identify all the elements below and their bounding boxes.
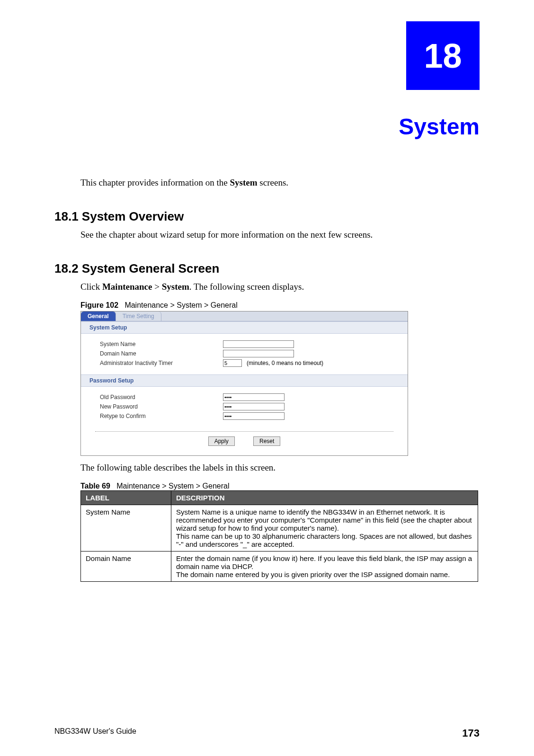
page-footer: NBG334W User's Guide 173	[54, 727, 480, 739]
table-cell-description: System Name is a unique name to identify…	[171, 505, 478, 551]
body-b2: System	[162, 282, 189, 292]
new-password-input[interactable]	[223, 403, 285, 410]
domain-name-label: Domain Name	[100, 350, 223, 357]
table-cell-description: Enter the domain name (if you know it) h…	[171, 551, 478, 582]
inactivity-timer-label: Administrator Inactivity Timer	[100, 360, 223, 366]
screenshot-panel: General Time Setting System Setup System…	[80, 311, 408, 456]
old-password-label: Old Password	[100, 394, 223, 400]
inactivity-timer-input[interactable]	[223, 359, 242, 367]
domain-name-input[interactable]	[223, 350, 294, 357]
tab-time-setting[interactable]: Time Setting	[116, 311, 161, 321]
section-18-1-heading: 18.1 System Overview	[54, 209, 480, 224]
chapter-number: 18	[424, 36, 462, 75]
table-caption-text: Maintenance > System > General	[116, 482, 229, 490]
table-cell-label: System Name	[81, 505, 171, 551]
table-caption: Table 69 Maintenance > System > General	[54, 482, 480, 490]
section-18-2-heading: 18.2 System General Screen	[54, 261, 480, 276]
new-password-label: New Password	[100, 403, 223, 410]
table-cell-label: Domain Name	[81, 551, 171, 582]
body-mid: >	[152, 282, 161, 292]
table-label: Table 69	[80, 482, 110, 490]
intro-text-prefix: This chapter provides information on the	[80, 178, 230, 187]
button-row: Apply Reset	[95, 431, 393, 455]
desc-line: This name can be up to 30 alphanumeric c…	[176, 532, 472, 548]
system-name-label: System Name	[100, 341, 223, 347]
chapter-title: System	[54, 114, 480, 140]
intro-paragraph: This chapter provides information on the…	[54, 178, 480, 188]
desc-line: The domain name entered by you is given …	[176, 570, 450, 578]
body-suffix: . The following screen displays.	[189, 282, 304, 292]
table-row: System Name System Name is a unique name…	[81, 505, 478, 551]
retype-password-input[interactable]	[223, 412, 285, 420]
inactivity-timer-hint: (minutes, 0 means no timeout)	[247, 360, 323, 366]
apply-button[interactable]: Apply	[208, 436, 235, 446]
system-name-input[interactable]	[223, 340, 294, 348]
section-18-2-body: Click Maintenance > System. The followin…	[54, 282, 480, 292]
chapter-number-box: 18	[406, 21, 480, 90]
figure-caption-text: Maintenance > System > General	[125, 301, 237, 309]
figure-caption: Figure 102 Maintenance > System > Genera…	[54, 301, 480, 310]
figure-label: Figure 102	[80, 301, 118, 309]
table-header-description: DESCRIPTION	[171, 491, 478, 505]
body-prefix: Click	[80, 282, 102, 292]
system-setup-header: System Setup	[81, 321, 408, 334]
intro-text-suffix: screens.	[258, 178, 288, 187]
tab-general[interactable]: General	[81, 311, 116, 321]
password-setup-header: Password Setup	[81, 374, 408, 387]
reset-button[interactable]: Reset	[253, 436, 280, 446]
intro-text-bold: System	[230, 178, 258, 187]
old-password-input[interactable]	[223, 393, 285, 401]
table-intro: The following table describes the labels…	[54, 462, 480, 473]
description-table: LABEL DESCRIPTION System Name System Nam…	[80, 490, 478, 582]
section-18-1-body: See the chapter about wizard setup for m…	[54, 230, 480, 240]
system-setup-body: System Name Domain Name Administrator In…	[81, 334, 408, 374]
body-b1: Maintenance	[102, 282, 152, 292]
desc-line: System Name is a unique name to identify…	[176, 508, 472, 532]
desc-line: Enter the domain name (if you know it) h…	[176, 554, 472, 570]
footer-page-number: 173	[462, 727, 480, 739]
table-row: Domain Name Enter the domain name (if yo…	[81, 551, 478, 582]
retype-password-label: Retype to Confirm	[100, 413, 223, 419]
table-header-label: LABEL	[81, 491, 171, 505]
password-setup-body: Old Password New Password Retype to Conf…	[81, 387, 408, 427]
tab-bar: General Time Setting	[81, 311, 408, 321]
footer-guide-name: NBG334W User's Guide	[54, 727, 136, 739]
